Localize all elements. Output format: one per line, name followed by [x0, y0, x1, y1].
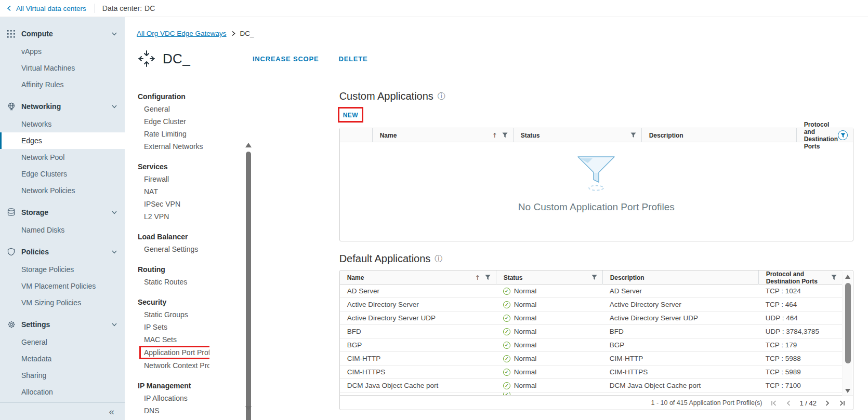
- new-button[interactable]: NEW: [343, 112, 359, 119]
- breadcrumb-link[interactable]: All Org VDC Edge Gateways: [137, 30, 227, 37]
- sidebar-item-virtual-machines[interactable]: Virtual Machines: [0, 60, 125, 76]
- sidebar-item-edges[interactable]: Edges: [0, 132, 125, 149]
- sidebar-item-storage-policies[interactable]: Storage Policies: [0, 261, 125, 278]
- name-column-header[interactable]: Name ↑: [340, 270, 496, 284]
- subnav-item-nat[interactable]: NAT: [138, 185, 209, 198]
- cell-ports: TCP : 1024: [758, 287, 842, 295]
- sidebar-item-sharing[interactable]: Sharing: [0, 367, 125, 384]
- table-row[interactable]: BGP✓NormalBGPTCP : 179: [340, 338, 842, 352]
- info-icon[interactable]: ⓘ: [435, 255, 442, 263]
- chevron-right-icon: [231, 31, 236, 36]
- ports-column-header[interactable]: Protocol and Destination Ports: [796, 128, 853, 142]
- sidebar-header-settings[interactable]: Settings: [0, 315, 125, 334]
- sidebar-item-vapps[interactable]: vApps: [0, 43, 125, 60]
- sidebar-item-vm-placement-policies[interactable]: VM Placement Policies: [0, 278, 125, 294]
- back-to-vdcs-link[interactable]: All Virtual data centers: [6, 5, 86, 12]
- subnav-item-mac-sets[interactable]: MAC Sets: [138, 333, 209, 346]
- subnav-scrollbar: [245, 143, 252, 420]
- subnav-item-ip-allocations[interactable]: IP Allocations: [138, 392, 209, 404]
- edge-subnav: ConfigurationGeneralEdge ClusterRate Lim…: [125, 78, 209, 420]
- grid-icon: [7, 30, 17, 38]
- sidebar-header-networking[interactable]: Networking: [0, 97, 125, 116]
- filter-icon[interactable]: [831, 275, 837, 280]
- increase-scope-button[interactable]: INCREASE SCOPE: [253, 55, 319, 63]
- info-icon[interactable]: ⓘ: [438, 92, 445, 100]
- cell-description: Active Directory Server: [602, 301, 758, 308]
- sidebar-item-network-policies[interactable]: Network Policies: [0, 182, 125, 199]
- subnav-item-external-networks[interactable]: External Networks: [138, 140, 209, 153]
- sidebar-item-general[interactable]: General: [0, 334, 125, 350]
- sort-ascending-icon[interactable]: ↑: [492, 132, 497, 139]
- status-label: Normal: [514, 355, 537, 362]
- scroll-down-arrow[interactable]: [845, 389, 850, 393]
- sidebar-item-edge-clusters[interactable]: Edge Clusters: [0, 166, 125, 182]
- sort-ascending-icon[interactable]: ↑: [475, 274, 480, 281]
- content-row: ConfigurationGeneralEdge ClusterRate Lim…: [125, 78, 868, 420]
- scroll-down-arrow[interactable]: [245, 406, 252, 411]
- scrollbar-thumb[interactable]: [246, 152, 251, 420]
- cell-ports: TCP : 5988: [758, 355, 842, 362]
- sidebar-header-policies[interactable]: Policies: [0, 242, 125, 261]
- subnav-item-general-settings[interactable]: General Settings: [138, 243, 209, 255]
- sidebar-item-network-pool[interactable]: Network Pool: [0, 149, 125, 166]
- cell-name: BFD: [340, 328, 496, 335]
- sidebar-item-named-disks[interactable]: Named Disks: [0, 222, 125, 238]
- subnav-item-network-context-profiles[interactable]: Network Context Profiles: [138, 359, 209, 372]
- table-row[interactable]: DCM Java Object Cache port✓NormalDCM Jav…: [340, 379, 842, 392]
- subnav-group-load-balancer: Load BalancerGeneral Settings: [138, 232, 209, 255]
- filter-icon[interactable]: [502, 132, 508, 138]
- shield-icon: [7, 248, 17, 256]
- status-column-header[interactable]: Status: [496, 270, 602, 284]
- status-label: Normal: [514, 368, 537, 376]
- filter-icon[interactable]: [630, 132, 636, 138]
- description-column-header[interactable]: Description: [641, 128, 796, 142]
- subnav-item-dns[interactable]: DNS: [138, 404, 209, 417]
- status-normal-icon: ✓: [503, 301, 510, 308]
- filter-icon[interactable]: [591, 275, 597, 280]
- subnav-item-ipsec-vpn[interactable]: IPSec VPN: [138, 198, 209, 210]
- subnav-item-l2-vpn[interactable]: L2 VPN: [138, 210, 209, 223]
- next-page-button[interactable]: [825, 400, 830, 407]
- delete-button[interactable]: DELETE: [338, 55, 367, 63]
- filter-icon[interactable]: [485, 275, 491, 280]
- scrollbar-thumb[interactable]: [845, 283, 851, 363]
- status-column-header[interactable]: Status: [513, 128, 641, 142]
- subnav-item-static-groups[interactable]: Static Groups: [138, 308, 209, 321]
- table-row[interactable]: Active Directory Server UDP✓NormalActive…: [340, 311, 842, 325]
- sidebar-item-networks[interactable]: Networks: [0, 116, 125, 132]
- table-row[interactable]: AD Server✓NormalAD ServerTCP : 1024: [340, 284, 842, 298]
- sidebar-item-affinity-rules[interactable]: Affinity Rules: [0, 76, 125, 93]
- table-row[interactable]: CIM-HTTPS✓NormalCIM-HTTPSTCP : 5989: [340, 365, 842, 379]
- table-row[interactable]: CIM-HTTP✓NormalCIM-HTTPTCP : 5988: [340, 352, 842, 365]
- first-page-button[interactable]: [770, 400, 778, 407]
- sidebar-header-storage[interactable]: Storage: [0, 203, 125, 222]
- left-sidebar: ComputevAppsVirtual MachinesAffinity Rul…: [0, 17, 125, 420]
- filter-toggle-icon[interactable]: [838, 130, 848, 140]
- sidebar-collapse-button[interactable]: «: [109, 407, 114, 416]
- ports-column-header[interactable]: Protocol and Destination Ports: [758, 270, 842, 284]
- table-scrollbar: [843, 272, 852, 395]
- name-column-header[interactable]: Name ↑: [372, 128, 513, 142]
- scroll-up-arrow[interactable]: [845, 275, 850, 279]
- subnav-item-general[interactable]: General: [138, 103, 209, 115]
- cell-ports: TCP : 179: [758, 341, 842, 349]
- subnav-item-firewall[interactable]: Firewall: [138, 173, 209, 185]
- sidebar-item-vm-sizing-policies[interactable]: VM Sizing Policies: [0, 294, 125, 311]
- table-row[interactable]: BFD✓NormalBFDUDP : 3784,3785: [340, 325, 842, 338]
- sidebar-item-allocation[interactable]: Allocation: [0, 384, 125, 400]
- sidebar-item-metadata[interactable]: Metadata: [0, 350, 125, 367]
- last-page-button[interactable]: [838, 400, 846, 407]
- subnav-item-ip-sets[interactable]: IP Sets: [138, 321, 209, 333]
- previous-page-button[interactable]: [786, 400, 791, 407]
- annotation-box-application-port-profiles: Application Port Profiles: [139, 346, 209, 359]
- sidebar-nav: ComputevAppsVirtual MachinesAffinity Rul…: [0, 24, 125, 400]
- scroll-up-arrow[interactable]: [245, 143, 252, 147]
- subnav-item-edge-cluster[interactable]: Edge Cluster: [138, 115, 209, 128]
- subnav-item-static-routes[interactable]: Static Routes: [138, 276, 209, 288]
- description-column-header[interactable]: Description: [602, 270, 758, 284]
- table-row[interactable]: Active Directory Server✓NormalActive Dir…: [340, 298, 842, 311]
- page-indicator[interactable]: 1 / 42: [799, 399, 817, 407]
- subnav-item-rate-limiting[interactable]: Rate Limiting: [138, 128, 209, 140]
- sidebar-header-compute[interactable]: Compute: [0, 24, 125, 43]
- subnav-item-application-port-profiles[interactable]: Application Port Profiles: [138, 346, 209, 359]
